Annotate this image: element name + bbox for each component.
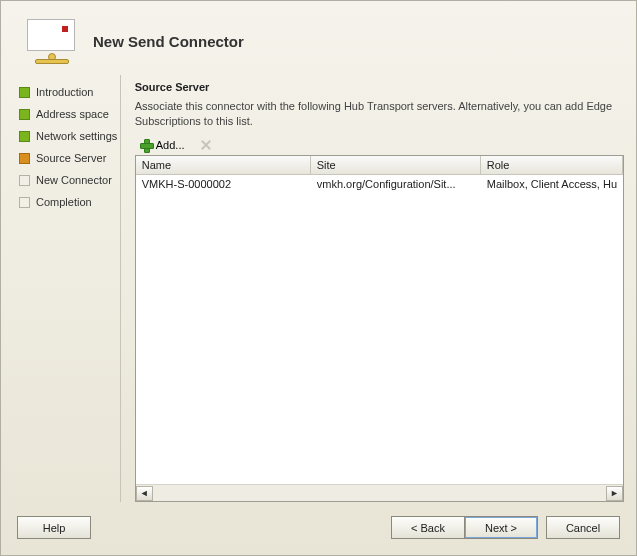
table-row[interactable]: VMKH-S-0000002 vmkh.org/Configuration/Si… — [136, 175, 623, 193]
back-button[interactable]: < Back — [391, 516, 465, 539]
wizard-title: New Send Connector — [87, 33, 244, 50]
wizard-header: New Send Connector — [1, 1, 636, 71]
cell-site: vmkh.org/Configuration/Sit... — [311, 175, 481, 193]
server-toolbar: Add... — [135, 137, 624, 153]
section-title: Source Server — [135, 81, 624, 93]
wizard-content: Introduction Address space Network setti… — [1, 71, 636, 502]
check-icon — [19, 109, 30, 120]
connector-icon — [15, 19, 87, 63]
step-completion: Completion — [13, 191, 120, 213]
wizard-footer: Help < Back Next > Cancel — [1, 502, 636, 555]
step-label: Address space — [36, 108, 109, 120]
wizard-main: Source Server Associate this connector w… — [120, 75, 624, 502]
table-body: VMKH-S-0000002 vmkh.org/Configuration/Si… — [136, 175, 623, 484]
envelope-icon — [27, 19, 75, 51]
scroll-left-icon[interactable]: ◄ — [136, 486, 153, 501]
step-introduction: Introduction — [13, 81, 120, 103]
stand-icon — [31, 55, 71, 63]
help-button[interactable]: Help — [17, 516, 91, 539]
plus-icon — [139, 138, 153, 152]
cancel-button[interactable]: Cancel — [546, 516, 620, 539]
add-button[interactable]: Add... — [137, 137, 187, 153]
horizontal-scrollbar[interactable]: ◄ ► — [136, 484, 623, 501]
cell-name: VMKH-S-0000002 — [136, 175, 311, 193]
step-label: Introduction — [36, 86, 93, 98]
current-step-icon — [19, 153, 30, 164]
remove-button[interactable] — [197, 137, 215, 153]
step-label: Network settings — [36, 130, 117, 142]
step-new-connector: New Connector — [13, 169, 120, 191]
column-header-site[interactable]: Site — [311, 156, 481, 174]
nav-button-group: < Back Next > — [391, 516, 538, 539]
next-button[interactable]: Next > — [464, 516, 538, 539]
server-table: Name Site Role VMKH-S-0000002 vmkh.org/C… — [135, 155, 624, 502]
step-label: New Connector — [36, 174, 112, 186]
remove-icon — [199, 138, 213, 152]
scroll-right-icon[interactable]: ► — [606, 486, 623, 501]
check-icon — [19, 87, 30, 98]
check-icon — [19, 131, 30, 142]
wizard-steps: Introduction Address space Network setti… — [13, 75, 120, 502]
pending-step-icon — [19, 197, 30, 208]
column-header-role[interactable]: Role — [481, 156, 623, 174]
pending-step-icon — [19, 175, 30, 186]
table-header: Name Site Role — [136, 156, 623, 175]
wizard-dialog: New Send Connector Introduction Address … — [0, 0, 637, 556]
column-header-name[interactable]: Name — [136, 156, 311, 174]
step-address-space: Address space — [13, 103, 120, 125]
step-network-settings: Network settings — [13, 125, 120, 147]
cell-role: Mailbox, Client Access, Hu — [481, 175, 623, 193]
section-description: Associate this connector with the follow… — [135, 99, 624, 129]
step-label: Source Server — [36, 152, 106, 164]
step-label: Completion — [36, 196, 92, 208]
step-source-server: Source Server — [13, 147, 120, 169]
add-button-label: Add... — [156, 139, 185, 151]
